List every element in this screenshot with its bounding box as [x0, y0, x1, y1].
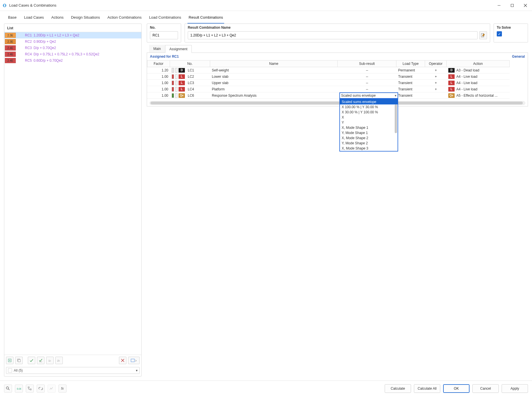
tab-load-cases[interactable]: Load Cases: [23, 13, 45, 24]
cell-no[interactable]: Qe LC6: [170, 92, 210, 99]
check-icon[interactable]: [28, 357, 35, 364]
maximize-button[interactable]: [506, 0, 519, 11]
dropdown-option[interactable]: X 30.00 % | Y 100.00 %: [340, 110, 398, 115]
subtab-assignment[interactable]: Assignment: [165, 45, 192, 53]
cell-action[interactable]: DA3 - Dead load: [447, 67, 510, 73]
solve-checkbox[interactable]: ✓: [497, 31, 502, 36]
tab-actions[interactable]: Actions: [50, 13, 65, 24]
cell-name[interactable]: Upper slab: [210, 80, 338, 86]
subtab-main[interactable]: Main: [149, 45, 165, 53]
svg-rect-10: [18, 360, 20, 362]
delete-icon[interactable]: [119, 357, 126, 364]
dropdown-option[interactable]: X, Mode Shape 1: [340, 125, 398, 130]
dropdown-option[interactable]: X, Mode Shape 3: [340, 146, 398, 151]
view-mode-icon[interactable]: [128, 357, 140, 364]
svg-rect-16: [131, 359, 134, 362]
column-header[interactable]: Action: [447, 60, 510, 67]
cell-loadtype[interactable]: Transient: [396, 86, 425, 92]
dropdown-option[interactable]: X 100.00 % | Y 30.00 %: [340, 104, 398, 110]
cell-no[interactable]: L LC3: [170, 80, 210, 86]
cell-loadtype[interactable]: Permanent: [396, 67, 425, 73]
cell-no[interactable]: D LC1: [170, 67, 210, 73]
dropdown-scrollbar[interactable]: [395, 104, 397, 133]
column-header[interactable]: Operator: [425, 60, 447, 67]
cell-no[interactable]: L LC2: [170, 73, 210, 80]
list-formula: D/p + 0.70Qe2: [34, 46, 56, 50]
cell-loadtype[interactable]: Transient: [396, 73, 425, 80]
dropdown-option[interactable]: X: [340, 115, 398, 120]
nav-tabs: BaseLoad CasesActionsDesign SituationsAc…: [0, 11, 532, 24]
list-item[interactable]: 2.3E RC1 1.20D/p + L1 + L2 + L3 + Qe2: [4, 32, 141, 38]
cell-action[interactable]: QeA5 - Effects of horizontal ...: [447, 92, 510, 99]
lc-no: LC3: [188, 81, 194, 85]
subresult-dropdown[interactable]: Scaled sums envelope▾ Scaled sums envelo…: [339, 92, 398, 99]
tab-load-combinations[interactable]: Load Combinations: [148, 13, 182, 24]
cell-subresult[interactable]: --: [338, 80, 396, 86]
cell-operator[interactable]: +: [425, 73, 447, 80]
dropdown-option[interactable]: Scaled sums envelope: [340, 99, 398, 104]
cell-subresult[interactable]: --: [338, 73, 396, 80]
dropdown-option[interactable]: Y, Mode Shape 1: [340, 130, 398, 135]
cell-subresult[interactable]: Scaled sums envelope▾ Scaled sums envelo…: [338, 92, 396, 99]
edit-name-icon[interactable]: [479, 31, 487, 39]
tab-action-combinations[interactable]: Action Combinations: [106, 13, 143, 24]
check2-icon[interactable]: [37, 357, 44, 364]
cell-loadtype[interactable]: Transient: [396, 92, 425, 99]
list-item[interactable]: 2.4E RC3 D/p + 0.70Qe2: [4, 45, 141, 51]
cell-loadtype[interactable]: Transient: [396, 80, 425, 86]
no-input[interactable]: [150, 31, 178, 39]
cell-name[interactable]: Lower slab: [210, 73, 338, 80]
cell-action[interactable]: LA4 - Live load: [447, 86, 510, 92]
general-link[interactable]: General: [512, 55, 525, 59]
cell-operator[interactable]: +: [425, 67, 447, 73]
cell-name[interactable]: Response Spectrum Analysis: [210, 92, 338, 99]
list-item[interactable]: 2.4E RC4 D/p + 0.75L1 + 0.75L2 + 0.75L3 …: [4, 51, 141, 57]
column-header[interactable]: Load Type: [396, 60, 425, 67]
svg-rect-1: [4, 4, 5, 7]
list-item[interactable]: 2.4E RC5 0.60D/p + 0.70Qe2: [4, 57, 141, 64]
solve-label: To Solve: [497, 26, 525, 30]
cell-subresult[interactable]: --: [338, 67, 396, 73]
cell-name[interactable]: Self-weight: [210, 67, 338, 73]
cell-action[interactable]: LA4 - Live load: [447, 80, 510, 86]
column-header[interactable]: Name: [210, 60, 338, 67]
cell-name[interactable]: Platform: [210, 86, 338, 92]
new-icon[interactable]: [6, 357, 13, 364]
cell-factor[interactable]: 1.00: [147, 80, 170, 86]
cell-factor[interactable]: 1.20: [147, 67, 170, 73]
close-button[interactable]: [519, 0, 532, 11]
cell-no[interactable]: L LC4: [170, 86, 210, 92]
cell-subresult[interactable]: --: [338, 86, 396, 92]
horizontal-scrollbar[interactable]: [149, 101, 525, 105]
dropdown-option[interactable]: Y: [340, 120, 398, 125]
cell-operator[interactable]: +: [425, 80, 447, 86]
renumber-icon[interactable]: 1↕: [46, 357, 54, 364]
assignment-panel: Assigned for RC1 General FactorNo.NameSu…: [147, 53, 528, 106]
filter-combo[interactable]: All (5) ▾: [6, 367, 140, 374]
action-badge: D: [448, 68, 455, 73]
cell-factor[interactable]: 1.00: [147, 73, 170, 80]
tab-result-combinations[interactable]: Result Combinations: [187, 13, 224, 24]
list-item[interactable]: 2.3E RC2 0.90D/p + Qe2: [4, 38, 141, 45]
column-header[interactable]: No.: [170, 60, 210, 67]
list-body[interactable]: 2.3E RC1 1.20D/p + L1 + L2 + L3 + Qe22.3…: [4, 32, 141, 355]
cell-factor[interactable]: 1.00: [147, 92, 170, 99]
dropdown-option[interactable]: Y, Mode Shape 2: [340, 141, 398, 146]
name-input[interactable]: [188, 31, 478, 39]
copy-icon[interactable]: [15, 357, 23, 364]
action-text: A4 - Live load: [456, 75, 477, 79]
cell-action[interactable]: LA4 - Live load: [447, 73, 510, 80]
sort-icon[interactable]: 2↕: [55, 357, 63, 364]
lc-no: LC2: [188, 75, 194, 79]
tab-base[interactable]: Base: [7, 13, 18, 24]
list-tag: 2.4E: [5, 45, 16, 51]
window-title: Load Cases & Combinations: [9, 3, 492, 7]
dropdown-option[interactable]: X, Mode Shape 2: [340, 135, 398, 141]
cell-operator[interactable]: +: [425, 86, 447, 92]
column-header[interactable]: Sub-result: [338, 60, 396, 67]
minimize-button[interactable]: [492, 0, 506, 11]
cell-operator[interactable]: [425, 92, 447, 99]
tab-design-situations[interactable]: Design Situations: [70, 13, 101, 24]
cell-factor[interactable]: 1.00: [147, 86, 170, 92]
column-header[interactable]: Factor: [147, 60, 170, 67]
